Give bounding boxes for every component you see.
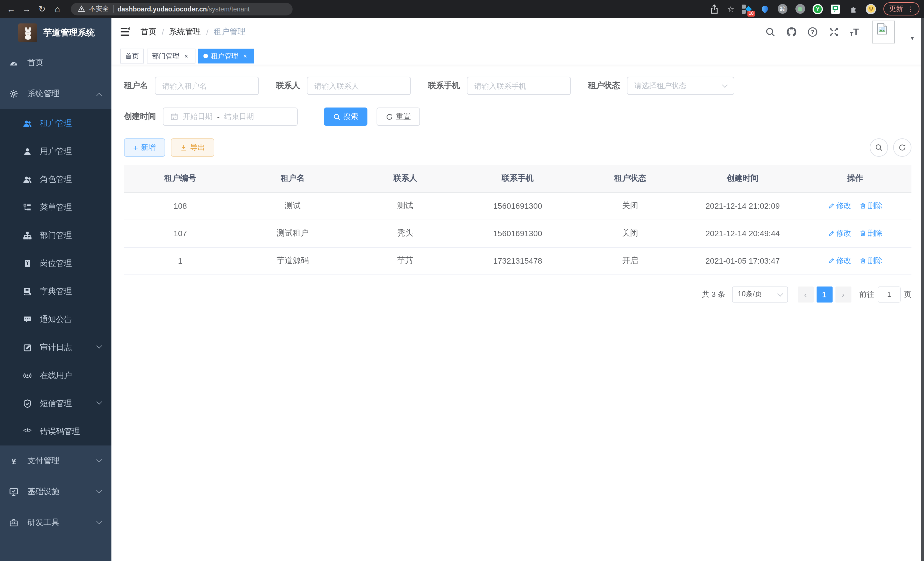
browser-reload-icon[interactable]: ↻ (34, 4, 50, 14)
sidebar-item-sms[interactable]: 短信管理 (0, 390, 111, 417)
users-icon (23, 175, 32, 184)
screen: ← → ↻ ⌂ 不安全 dashboard.yudao.iocoder.cn/s… (0, 0, 924, 561)
extensions-puzzle-icon[interactable] (848, 4, 858, 14)
goto-page-input[interactable] (878, 286, 901, 302)
browser-forward-icon[interactable]: → (19, 4, 34, 14)
extension-icon-chat[interactable] (830, 4, 841, 14)
sidebar-submenu-system: 租户管理 用户管理 (0, 109, 111, 445)
plus-icon: + (133, 143, 138, 152)
delete-link[interactable]: 删除 (859, 228, 883, 238)
sidebar-item-dev-tools[interactable]: 研发工具 (0, 507, 111, 538)
tab-home[interactable]: 首页 (120, 49, 144, 63)
hamburger-fold-icon[interactable] (119, 26, 130, 37)
breadcrumb-system[interactable]: 系统管理 (169, 27, 201, 37)
sidebar-item-users[interactable]: 用户管理 (0, 137, 111, 165)
col-status: 租户状态 (574, 165, 687, 192)
table-refresh-button[interactable] (893, 138, 911, 157)
caret-down-icon[interactable]: ▼ (910, 35, 915, 41)
comment-icon (23, 315, 32, 324)
extension-icon-green-dot[interactable] (795, 4, 805, 14)
sidebar-item-payment[interactable]: ¥ 支付管理 (0, 445, 111, 476)
delete-link[interactable]: 删除 (859, 256, 883, 266)
tenant-table: 租户编号 租户名 联系人 联系手机 租户状态 创建时间 操作 108 测试 (124, 165, 911, 275)
sidebar-item-posts[interactable]: 岗位管理 (0, 249, 111, 277)
monitor-icon (9, 487, 18, 496)
extension-icon-grid-diamond[interactable]: 10 (742, 4, 752, 14)
cell-status: 关闭 (574, 220, 687, 247)
browser-back-icon[interactable]: ← (3, 4, 19, 14)
svg-text:?: ? (811, 29, 814, 35)
sidebar-item-dict[interactable]: 字典管理 (0, 277, 111, 305)
contact-input[interactable] (314, 81, 404, 90)
date-range-picker[interactable]: 开始日期 - 结束日期 (163, 108, 298, 126)
star-icon[interactable]: ☆ (727, 4, 734, 14)
cell-status: 关闭 (574, 192, 687, 220)
search-icon[interactable] (765, 27, 776, 37)
reset-button[interactable]: 重置 (376, 108, 420, 126)
rabbit-logo-icon (20, 25, 35, 40)
avatar[interactable] (872, 20, 895, 43)
edit-link[interactable]: 修改 (828, 228, 851, 238)
font-size-icon[interactable]: TT (850, 27, 859, 37)
extension-icon-command[interactable]: ⌘ (777, 4, 788, 14)
extension-badge: 10 (747, 11, 755, 16)
user-icon (23, 147, 32, 156)
status-select[interactable]: 请选择租户状态 (627, 77, 734, 95)
mobile-input[interactable] (474, 81, 563, 90)
goto-label: 前往 (860, 289, 874, 299)
browser-update-button[interactable]: 更新 ⋮ (884, 2, 920, 15)
breadcrumb-home[interactable]: 首页 (141, 27, 157, 37)
sidebar-item-system[interactable]: 系统管理 (0, 78, 111, 109)
sidebar-item-notice[interactable]: 通知公告 (0, 305, 111, 333)
extension-icon-emoji[interactable] (866, 4, 876, 14)
sidebar-item-error-codes[interactable]: </> 错误码管理 (0, 417, 111, 445)
fullscreen-icon[interactable] (829, 27, 839, 37)
page-size-select[interactable]: 10条/页 (732, 286, 788, 302)
sidebar-item-audit-log[interactable]: 审计日志 (0, 333, 111, 361)
tab-tenant[interactable]: 租户管理 × (198, 49, 254, 63)
browser-home-icon[interactable]: ⌂ (50, 4, 65, 14)
edit-link[interactable]: 修改 (828, 201, 851, 211)
close-icon[interactable]: × (182, 53, 190, 59)
kebab-menu-icon[interactable]: ⋮ (907, 5, 914, 13)
add-button[interactable]: + 新增 (124, 138, 165, 157)
search-button[interactable]: 搜索 (324, 108, 368, 126)
cell-tenant-name: 测试租户 (237, 220, 349, 247)
breadcrumb-current: 租户管理 (214, 27, 246, 37)
browser-actions: ☆ 10 ⌘ Y (710, 2, 924, 15)
url-text: dashboard.yudao.iocoder.cn/system/tenant (117, 5, 250, 12)
edit-icon (828, 257, 835, 264)
delete-link[interactable]: 删除 (859, 201, 883, 211)
app-logo-row[interactable]: 芋道管理系统 (0, 18, 111, 47)
extension-icon-y-logo[interactable]: Y (813, 4, 823, 14)
extension-icon-blue-drop[interactable] (759, 4, 770, 14)
sidebar-item-infrastructure[interactable]: 基础设施 (0, 476, 111, 507)
export-button[interactable]: 导出 (171, 138, 214, 157)
share-icon[interactable] (710, 4, 720, 14)
next-page-button[interactable]: › (835, 286, 851, 302)
sidebar-item-online-users[interactable]: 在线用户 (0, 361, 111, 390)
command-glyph: ⌘ (779, 6, 785, 12)
chat-icon (832, 5, 839, 13)
filter-contact: 联系人 (276, 77, 411, 95)
current-page-button[interactable]: 1 (816, 286, 832, 302)
address-bar[interactable]: 不安全 dashboard.yudao.iocoder.cn/system/te… (71, 3, 292, 15)
table-search-toggle-button[interactable] (870, 138, 888, 157)
tenant-name-input[interactable] (162, 81, 251, 90)
tab-departments[interactable]: 部门管理 × (147, 49, 195, 63)
filter-row-2: 创建时间 开始日期 - 结束日期 (124, 108, 911, 126)
close-icon[interactable]: × (241, 53, 249, 59)
sidebar-item-home[interactable]: 首页 (0, 47, 111, 78)
sidebar-item-roles[interactable]: 角色管理 (0, 165, 111, 193)
edit-link[interactable]: 修改 (828, 256, 851, 266)
online-icon (23, 371, 32, 380)
sidebar-item-menus[interactable]: 菜单管理 (0, 193, 111, 221)
prev-page-button[interactable]: ‹ (797, 286, 813, 302)
question-icon[interactable]: ? (807, 27, 818, 37)
col-tenant-id: 租户编号 (124, 165, 237, 192)
github-icon[interactable] (786, 27, 796, 37)
sidebar-item-tenant[interactable]: 租户管理 (0, 109, 111, 137)
sidebar-item-departments[interactable]: 部门管理 (0, 221, 111, 249)
table-tools (870, 138, 911, 157)
dict-book-icon (23, 287, 32, 296)
